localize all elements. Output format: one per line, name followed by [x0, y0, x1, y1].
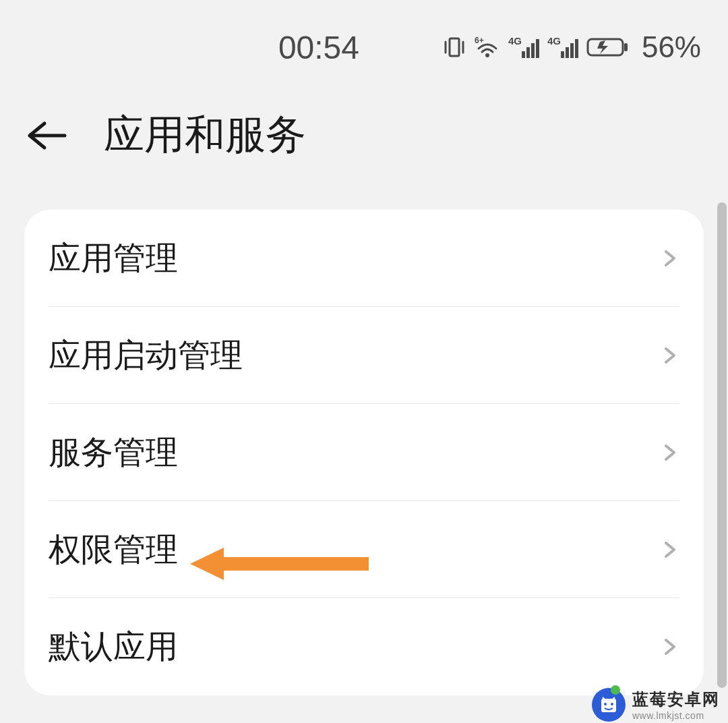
battery-icon — [586, 35, 630, 59]
chevron-right-icon — [661, 249, 679, 268]
watermark-title: 蓝莓安卓网 — [632, 689, 720, 710]
clock-time: 00:54 — [278, 29, 359, 66]
item-label: 服务管理 — [49, 431, 178, 474]
svg-rect-12 — [575, 39, 578, 58]
settings-card: 应用管理 应用启动管理 服务管理 权限管理 默认应用 — [24, 210, 704, 695]
list-item-default-apps[interactable]: 默认应用 — [49, 598, 679, 695]
signal-1-icon: 4G — [508, 35, 541, 59]
svg-text:6+: 6+ — [475, 36, 484, 45]
page-header: 应用和服务 — [0, 81, 728, 210]
watermark-logo-icon — [592, 688, 626, 722]
svg-rect-9 — [561, 51, 564, 58]
back-button[interactable] — [23, 112, 70, 159]
item-label: 应用管理 — [49, 237, 178, 280]
item-label: 应用启动管理 — [49, 334, 243, 377]
svg-point-18 — [611, 703, 613, 705]
svg-point-2 — [485, 53, 489, 57]
battery-percent: 56% — [642, 30, 701, 64]
list-item-service-management[interactable]: 服务管理 — [49, 404, 679, 501]
svg-rect-10 — [566, 47, 569, 58]
status-right: 6+ 4G 4G 56% — [442, 30, 701, 64]
status-bar: 00:54 6+ 4G 4G 56% — [0, 0, 728, 81]
page-title: 应用和服务 — [104, 108, 306, 163]
vibrate-icon — [442, 35, 466, 59]
item-label: 默认应用 — [49, 625, 178, 668]
svg-rect-5 — [526, 47, 530, 58]
svg-rect-0 — [450, 38, 459, 56]
svg-point-17 — [604, 703, 607, 705]
svg-rect-4 — [522, 51, 525, 58]
scrollbar[interactable] — [717, 202, 727, 708]
svg-text:4G: 4G — [508, 35, 522, 47]
chevron-right-icon — [661, 637, 679, 656]
signal-2-icon: 4G — [547, 35, 580, 59]
svg-rect-14 — [624, 43, 628, 51]
watermark: 蓝莓安卓网 www.lmkjst.com — [584, 684, 728, 723]
svg-rect-11 — [570, 43, 574, 58]
watermark-url: www.lmkjst.com — [632, 710, 704, 721]
chevron-right-icon — [661, 540, 679, 559]
list-item-app-launch[interactable]: 应用启动管理 — [49, 307, 679, 404]
list-item-permission-management[interactable]: 权限管理 — [49, 501, 679, 598]
wifi-icon: 6+ — [473, 35, 502, 59]
chevron-right-icon — [661, 346, 679, 365]
status-left: 00:54 — [27, 29, 442, 66]
scrollbar-thumb[interactable] — [717, 202, 727, 688]
arrow-left-icon — [26, 119, 67, 152]
svg-text:4G: 4G — [547, 35, 561, 47]
watermark-text: 蓝莓安卓网 www.lmkjst.com — [632, 689, 720, 721]
svg-rect-7 — [536, 39, 539, 58]
chevron-right-icon — [661, 443, 679, 462]
item-label: 权限管理 — [49, 528, 178, 571]
list-item-app-management[interactable]: 应用管理 — [49, 210, 679, 307]
svg-rect-6 — [531, 43, 535, 58]
